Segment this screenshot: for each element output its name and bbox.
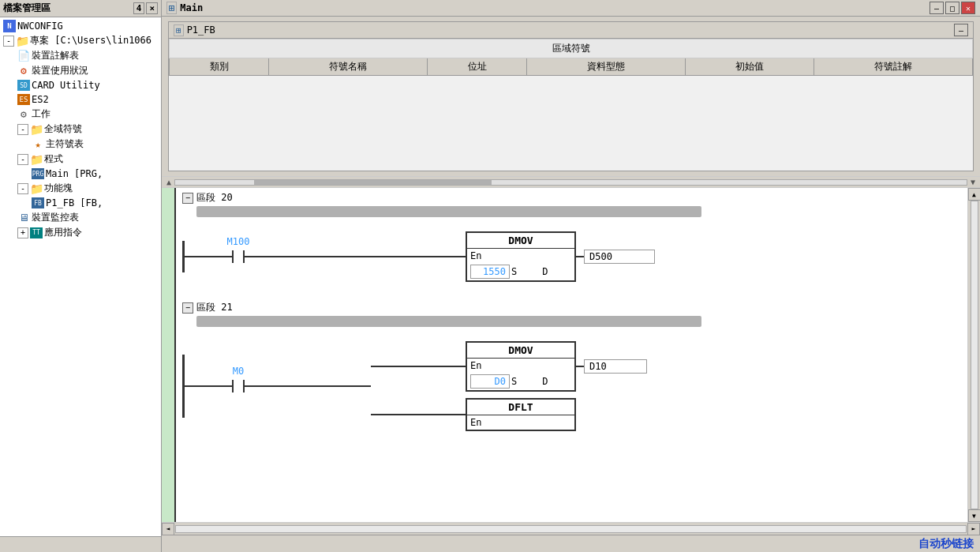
project-expand[interactable]: - (3, 36, 14, 47)
top-branch-line (371, 366, 466, 367)
hscroll-right-btn[interactable]: ► (967, 523, 980, 535)
tree-item-card-utility[interactable]: SD CARD Utility (0, 78, 161, 92)
symbol-section-header: 區域符號 (170, 39, 973, 58)
p1fb-titlebar-left: ⊞ P1_FB (174, 24, 215, 36)
dmov2-en-port: En (470, 360, 481, 371)
tree-item-nwconfig[interactable]: N NWCONFIG (0, 19, 161, 33)
main-close-btn[interactable]: ✕ (961, 2, 975, 14)
panel-pin-btn[interactable]: 4 (133, 2, 145, 14)
dmov2-title: DMOV (467, 343, 574, 359)
app-cmd-icon: TT (30, 227, 43, 239)
tree-label-main-prg: Main [PRG, (46, 168, 103, 179)
tree-label-p1-fb: P1_FB [FB, (46, 197, 103, 208)
dmov-output-value: D500 (584, 250, 655, 264)
tree-item-function-block[interactable]: - 📁 功能塊 (0, 181, 161, 196)
col-datatype: 資料型態 (527, 58, 686, 76)
horizontal-scrollbar[interactable]: ◄ ► (162, 522, 980, 535)
segment-21-label: 區段 21 (196, 301, 233, 314)
tree-item-program[interactable]: - 📁 程式 (0, 152, 161, 167)
segment-20-label: 區段 20 (196, 191, 233, 205)
app-cmd-expand[interactable]: + (17, 227, 28, 238)
dmov2-output-value: D10 (584, 359, 647, 374)
contact-m100-label: M100 (227, 236, 250, 247)
tree-item-device-monitor[interactable]: 🖥 裝置監控表 (0, 210, 161, 225)
tree-label-device-comment: 裝置註解表 (32, 49, 79, 62)
dmov2-s-port: S (511, 376, 517, 387)
line-to-fb-seg20 (245, 256, 466, 257)
tree-item-es2[interactable]: ES ES2 (0, 92, 161, 107)
tree-item-project[interactable]: - 📁 專案 [C:\Users\lin1066 (0, 33, 161, 48)
tree-item-main-symbol[interactable]: ★ 主符號表 (0, 137, 161, 152)
p1fb-titlebar: ⊞ P1_FB — (169, 22, 973, 39)
contact-m0: M0 (232, 380, 245, 392)
segment-20-collapse[interactable]: − (182, 193, 193, 204)
segment-nav: ▲ ▼ (162, 176, 980, 188)
col-address: 位址 (427, 58, 526, 76)
segment-20: − 區段 20 M100 (176, 188, 967, 291)
main-restore-btn[interactable]: □ (945, 2, 959, 14)
contact-m100: M100 (232, 250, 245, 263)
program-expand[interactable]: - (17, 154, 28, 165)
main-minimize-btn[interactable]: — (930, 2, 944, 14)
project-icon: 📁 (16, 35, 28, 47)
left-panel: 檔案管理區 4 × N NWCONFIG - 📁 專案 [C:\Users\li… (0, 0, 162, 552)
vscroll-down-btn[interactable]: ▼ (968, 509, 981, 522)
contact-m100-symbol (232, 250, 245, 263)
dflt-title: DFLT (467, 400, 574, 415)
p1fb-minimize-btn[interactable]: — (954, 24, 968, 36)
seg-scroll-thumb (254, 180, 492, 185)
symbol-table: 區域符號 類別 符號名稱 位址 資料型態 初始值 符號註解 (169, 39, 973, 139)
dmov2-output-line (576, 366, 584, 367)
dmov2-output: D10 (576, 359, 647, 374)
left-panel-title: 檔案管理區 (3, 2, 50, 15)
tree-label-project: 專案 [C:\Users\lin1066 (30, 34, 151, 47)
line-to-contact-seg20 (185, 256, 232, 257)
p1fb-icon: ⊞ (174, 24, 184, 36)
col-comment: 符號註解 (814, 58, 973, 76)
col-category: 類別 (170, 58, 269, 76)
tree-label-device-monitor: 裝置監控表 (32, 211, 79, 224)
function-block-expand[interactable]: - (17, 183, 28, 194)
segment-21-collapse[interactable]: − (182, 302, 193, 314)
tree-label-nwconfig: NWCONFIG (17, 21, 63, 32)
dflt-en-row: En (467, 415, 574, 430)
device-monitor-icon: 🖥 (17, 212, 30, 224)
tree-label-function-block: 功能塊 (44, 182, 73, 195)
segment-20-bar (196, 206, 701, 217)
dmov-fb-seg21: DMOV En D0 S D (466, 341, 576, 392)
hscroll-track[interactable] (175, 525, 967, 533)
tree-item-app-cmd[interactable]: + TT 應用指令 (0, 225, 161, 240)
main-titlebar-left: ⊞ Main (166, 2, 203, 14)
tree-item-work[interactable]: ⚙ 工作 (0, 107, 161, 122)
tree-item-device-status[interactable]: ⚙ 裝置使用狀況 (0, 63, 161, 78)
seg-nav-up[interactable]: ▲ (165, 178, 173, 186)
tree-item-device-comment[interactable]: 📄 裝置註解表 (0, 48, 161, 63)
vscroll-up-btn[interactable]: ▲ (968, 188, 981, 201)
tree-item-global-symbol[interactable]: - 📁 全域符號 (0, 122, 161, 137)
dmov2-s-value: D0 (470, 374, 510, 389)
seg-nav-down[interactable]: ▼ (969, 178, 977, 186)
bottom-branch-line (371, 414, 466, 415)
vertical-scrollbar[interactable]: ▲ ▼ (967, 188, 980, 522)
left-panel-bottom (0, 536, 161, 552)
dmov-en-row: En (467, 249, 574, 263)
panel-close-btn[interactable]: × (146, 2, 158, 14)
tree-item-p1-fb[interactable]: FB P1_FB [FB, (0, 196, 161, 210)
tree-view: N NWCONFIG - 📁 專案 [C:\Users\lin1066 📄 裝置… (0, 17, 161, 536)
dflt-en-port: En (470, 417, 481, 428)
device-comment-icon: 📄 (17, 50, 30, 62)
global-symbol-expand[interactable]: - (17, 124, 28, 135)
rung-seg20-1: M100 DMOV (182, 231, 961, 282)
ladder-margin (162, 188, 176, 522)
ladder-content[interactable]: − 區段 20 M100 (176, 188, 967, 522)
ladder-area: − 區段 20 M100 (162, 188, 980, 522)
dmov2-en-row: En (467, 359, 574, 373)
p1-fb-icon: FB (32, 197, 44, 209)
vscroll-track[interactable] (971, 201, 978, 509)
hscroll-left-btn[interactable]: ◄ (162, 523, 174, 535)
seg-scroll-track[interactable] (174, 179, 967, 186)
nwconfig-icon: N (3, 20, 16, 32)
dmov-title: DMOV (467, 233, 574, 249)
tree-item-main-prg[interactable]: PRG Main [PRG, (0, 167, 161, 181)
dmov-s-row: 1550 S D (467, 263, 574, 280)
